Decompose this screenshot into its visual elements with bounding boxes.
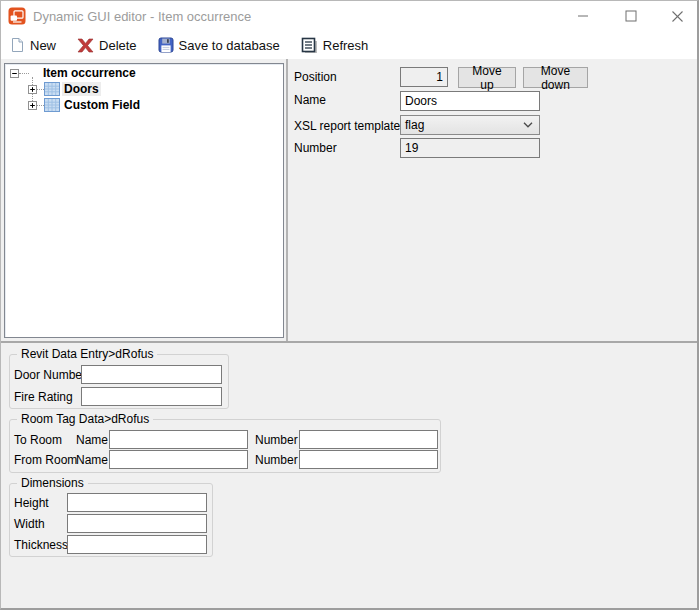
save-to-database-button[interactable]: Save to database bbox=[155, 35, 283, 55]
move-up-button[interactable]: Move up bbox=[458, 67, 516, 88]
from-room-number-field[interactable] bbox=[299, 450, 438, 469]
number-field[interactable] bbox=[400, 138, 540, 158]
collapse-icon[interactable] bbox=[10, 69, 19, 78]
close-button[interactable] bbox=[658, 1, 696, 31]
width-field[interactable] bbox=[67, 514, 207, 533]
table-icon bbox=[44, 82, 60, 96]
title-bar: Dynamic GUI editor - Item occurrence bbox=[1, 1, 697, 31]
from-room-label: From Room bbox=[14, 453, 77, 467]
fire-rating-label: Fire Rating bbox=[14, 390, 73, 404]
to-room-name-field[interactable] bbox=[109, 430, 248, 449]
tree-item-item-occurrence[interactable]: Item occurrence bbox=[41, 65, 138, 81]
from-room-name-label: Name bbox=[76, 453, 108, 467]
vertical-splitter[interactable] bbox=[286, 59, 288, 341]
maximize-button[interactable] bbox=[612, 1, 650, 31]
tree-item-label: Custom Field bbox=[62, 98, 142, 112]
expand-icon[interactable] bbox=[28, 85, 37, 94]
tree-connector bbox=[19, 73, 29, 74]
xsl-report-template-label: XSL report template bbox=[294, 119, 400, 133]
tree-item-doors[interactable]: Doors bbox=[62, 81, 101, 97]
revit-group-title: Revit Data Entry>dRofus bbox=[17, 347, 157, 361]
new-button-label: New bbox=[30, 38, 56, 53]
minimize-button[interactable] bbox=[564, 1, 602, 31]
refresh-list-icon bbox=[301, 37, 318, 54]
minimize-icon bbox=[577, 10, 589, 22]
maximize-icon bbox=[625, 10, 637, 22]
app-window: Dynamic GUI editor - Item occurrence New… bbox=[0, 0, 699, 610]
save-floppy-icon bbox=[158, 37, 174, 53]
revit-data-entry-group: Revit Data Entry>dRofus Door Number Fire… bbox=[9, 354, 229, 409]
to-room-number-field[interactable] bbox=[299, 430, 438, 449]
app-icon bbox=[8, 7, 26, 25]
tree-connector bbox=[37, 105, 44, 106]
move-down-button[interactable]: Move down bbox=[523, 67, 588, 88]
toolbar: New Delete Save to database bbox=[1, 31, 697, 59]
number-label: Number bbox=[294, 141, 337, 155]
room-tag-group-title: Room Tag Data>dRofus bbox=[17, 412, 153, 426]
thickness-label: Thickness bbox=[14, 538, 68, 552]
door-number-label: Door Number bbox=[14, 368, 86, 382]
new-button[interactable]: New bbox=[7, 35, 59, 55]
window-title: Dynamic GUI editor - Item occurrence bbox=[33, 9, 251, 24]
new-document-icon bbox=[10, 37, 25, 53]
thickness-field[interactable] bbox=[67, 535, 207, 554]
delete-button-label: Delete bbox=[99, 38, 137, 53]
tree-item-label: Item occurrence bbox=[41, 66, 138, 80]
door-number-field[interactable] bbox=[81, 365, 222, 384]
delete-x-icon bbox=[77, 38, 94, 53]
name-field[interactable] bbox=[400, 91, 540, 111]
tree-item-label: Doors bbox=[62, 82, 101, 96]
from-room-number-label: Number bbox=[255, 453, 298, 467]
to-room-number-label: Number bbox=[255, 433, 298, 447]
position-field[interactable] bbox=[400, 67, 448, 87]
tree-view[interactable]: Item occurrence Doors Custom Field bbox=[4, 63, 284, 338]
expand-icon[interactable] bbox=[28, 101, 37, 110]
fire-rating-field[interactable] bbox=[81, 387, 222, 406]
width-label: Width bbox=[14, 517, 45, 531]
height-field[interactable] bbox=[67, 493, 207, 512]
room-tag-data-group: Room Tag Data>dRofus To Room Name Number… bbox=[9, 419, 441, 473]
to-room-name-label: Name bbox=[76, 433, 108, 447]
from-room-name-field[interactable] bbox=[109, 450, 248, 469]
name-label: Name bbox=[294, 93, 326, 107]
tree-item-custom-field[interactable]: Custom Field bbox=[62, 97, 142, 113]
xsl-report-template-dropdown[interactable]: flag bbox=[400, 115, 540, 135]
xsl-selected-value: flag bbox=[405, 118, 424, 132]
dimensions-group: Dimensions Height Width Thickness bbox=[9, 483, 213, 557]
dimensions-group-title: Dimensions bbox=[17, 476, 88, 490]
tree-connector bbox=[37, 89, 44, 90]
close-icon bbox=[671, 10, 684, 23]
table-icon bbox=[44, 98, 60, 112]
height-label: Height bbox=[14, 496, 49, 510]
save-button-label: Save to database bbox=[179, 38, 280, 53]
refresh-button[interactable]: Refresh bbox=[298, 35, 372, 56]
delete-button[interactable]: Delete bbox=[74, 36, 140, 55]
to-room-label: To Room bbox=[14, 433, 62, 447]
position-label: Position bbox=[294, 70, 337, 84]
refresh-button-label: Refresh bbox=[323, 38, 369, 53]
chevron-down-icon bbox=[523, 122, 533, 128]
